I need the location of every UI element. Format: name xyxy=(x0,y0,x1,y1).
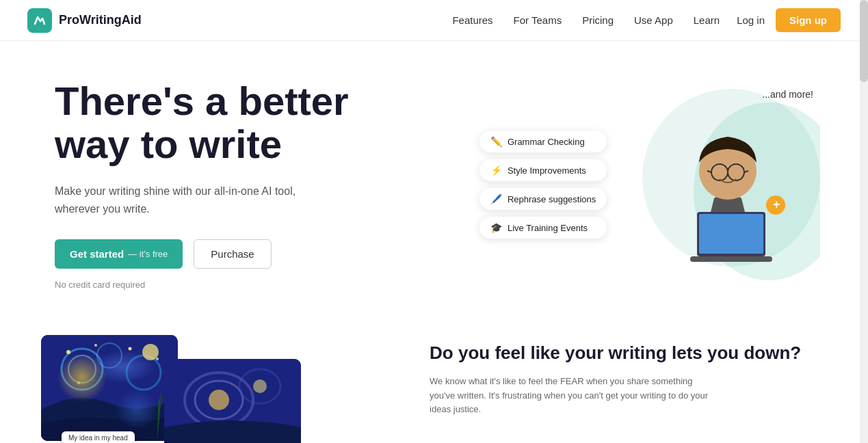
nav-links: Features For Teams Pricing Use App Learn xyxy=(452,14,720,27)
bottom-images: My idea in my head xyxy=(41,335,389,443)
nav-for-teams[interactable]: For Teams xyxy=(514,14,562,26)
svg-point-20 xyxy=(156,358,159,360)
hero-buttons: Get started — it's free Purchase xyxy=(55,239,479,269)
logo-link[interactable]: ProWritingAid xyxy=(27,8,142,33)
svg-point-14 xyxy=(68,355,96,383)
hero-title: There's a better way to write xyxy=(55,79,479,167)
svg-point-27 xyxy=(209,390,229,410)
svg-point-13 xyxy=(62,349,103,390)
bottom-title: Do you feel like your writing lets you d… xyxy=(430,342,813,365)
login-link[interactable]: Log in xyxy=(737,14,765,26)
hero-image: + ✏️ Grammar Checking ⚡ Style Improvemen… xyxy=(479,75,827,294)
svg-point-15 xyxy=(97,343,122,368)
nav-features[interactable]: Features xyxy=(452,14,492,26)
svg-rect-12 xyxy=(41,335,178,441)
svg-text:+: + xyxy=(773,198,780,211)
svg-rect-9 xyxy=(690,256,772,262)
svg-point-19 xyxy=(129,347,132,351)
logo-icon xyxy=(27,8,52,33)
image-card-1 xyxy=(41,335,178,441)
hero-subtitle: Make your writing shine with our all-in-… xyxy=(55,183,342,217)
hero-right: + ✏️ Grammar Checking ⚡ Style Improvemen… xyxy=(479,75,827,294)
scrollbar[interactable] xyxy=(860,0,868,443)
pill-style: ⚡ Style Improvements xyxy=(479,159,607,181)
nav-learn[interactable]: Learn xyxy=(694,14,720,26)
svg-point-21 xyxy=(77,381,80,384)
bottom-right: Do you feel like your writing lets you d… xyxy=(430,335,813,417)
nav-pricing[interactable]: Pricing xyxy=(582,14,614,26)
no-credit-text: No credit card required xyxy=(55,280,479,290)
hero-left: There's a better way to write Make your … xyxy=(55,79,479,291)
person-illustration: + xyxy=(622,75,820,294)
svg-point-22 xyxy=(142,344,159,360)
hero-section: There's a better way to write Make your … xyxy=(0,41,868,321)
get-started-button[interactable]: Get started — it's free xyxy=(55,239,183,269)
nav-use-app[interactable]: Use App xyxy=(634,14,673,26)
svg-rect-8 xyxy=(699,214,763,254)
pill-rephrase: 🖊️ Rephrase suggestions xyxy=(479,188,607,210)
navbar: ProWritingAid Features For Teams Pricing… xyxy=(0,0,868,41)
feature-pills: ✏️ Grammar Checking ⚡ Style Improvements… xyxy=(479,131,607,239)
purchase-button[interactable]: Purchase xyxy=(194,239,271,269)
pill-grammar: ✏️ Grammar Checking xyxy=(479,131,607,152)
style-icon: ⚡ xyxy=(490,165,502,176)
pill-training: 🎓 Live Training Events xyxy=(479,217,607,239)
bottom-text: We know what it's like to feel the FEAR … xyxy=(430,375,717,417)
svg-point-17 xyxy=(66,350,70,354)
scrollbar-thumb[interactable] xyxy=(860,0,868,82)
svg-point-28 xyxy=(253,379,267,393)
svg-point-16 xyxy=(127,355,161,390)
image-card-2 xyxy=(164,359,301,443)
logo-text: ProWritingAid xyxy=(59,13,142,27)
rephrase-icon: 🖊️ xyxy=(490,193,502,204)
bottom-section: My idea in my head Do you feel like your… xyxy=(0,321,868,443)
image-tooltip: My idea in my head xyxy=(62,431,135,443)
and-more-text: ...and more! xyxy=(762,89,813,100)
grammar-icon: ✏️ xyxy=(490,136,502,147)
training-icon: 🎓 xyxy=(490,222,502,233)
svg-point-18 xyxy=(94,344,97,347)
signup-button[interactable]: Sign up xyxy=(776,8,841,32)
